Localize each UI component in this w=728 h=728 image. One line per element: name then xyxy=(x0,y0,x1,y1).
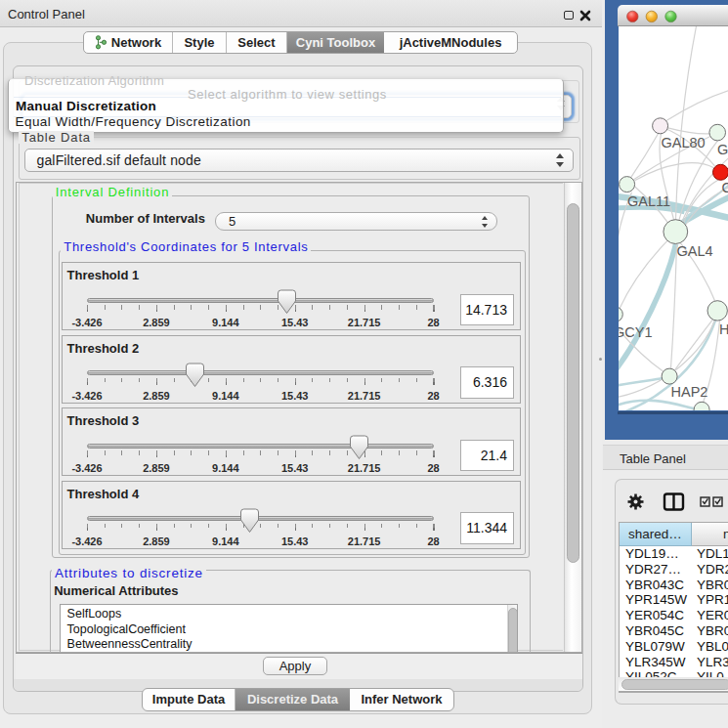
svg-text:H: H xyxy=(719,321,728,337)
svg-text:GAL80: GAL80 xyxy=(661,135,705,150)
svg-text:G.: G. xyxy=(717,142,728,157)
svg-text:GCY1: GCY1 xyxy=(619,324,653,340)
svg-text:GAL4: GAL4 xyxy=(676,243,712,259)
svg-text:HAP2: HAP2 xyxy=(670,384,707,400)
svg-text:GAL11: GAL11 xyxy=(627,193,670,209)
svg-text:C: C xyxy=(721,180,728,195)
